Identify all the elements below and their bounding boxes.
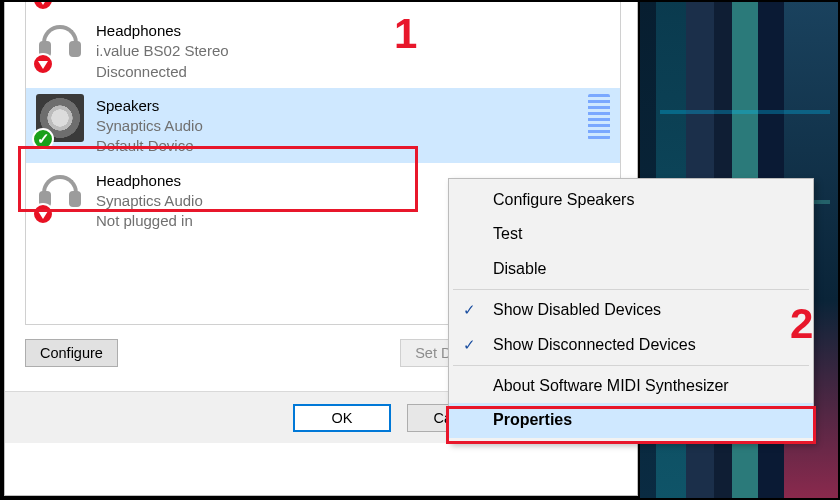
device-title: Headphones bbox=[96, 21, 229, 41]
device-subtitle: Synaptics Audio bbox=[96, 116, 203, 136]
device-row-handsfree[interactable]: i.value BS02 Hands-Free AG Audio Disconn… bbox=[26, 0, 620, 13]
menu-show-disabled[interactable]: Show Disabled Devices bbox=[449, 293, 813, 327]
menu-separator bbox=[453, 289, 809, 290]
device-status: Not plugged in bbox=[96, 211, 203, 231]
menu-test[interactable]: Test bbox=[449, 217, 813, 251]
menu-configure-speakers[interactable]: Configure Speakers bbox=[449, 183, 813, 217]
device-title: Speakers bbox=[96, 96, 203, 116]
menu-show-disconnected[interactable]: Show Disconnected Devices bbox=[449, 328, 813, 362]
annotation-number-2: 2 bbox=[790, 300, 813, 348]
device-status: Disconnected bbox=[96, 62, 229, 82]
menu-about-midi[interactable]: About Software MIDI Synthesizer bbox=[449, 369, 813, 403]
default-device-badge-icon bbox=[32, 128, 54, 150]
menu-separator bbox=[453, 365, 809, 366]
device-context-menu: Configure Speakers Test Disable Show Dis… bbox=[448, 178, 814, 443]
device-subtitle: Synaptics Audio bbox=[96, 191, 203, 211]
device-status: Default Device bbox=[96, 136, 203, 156]
disconnected-badge-icon bbox=[32, 0, 54, 11]
annotation-number-1: 1 bbox=[394, 10, 417, 58]
device-row-bt-headphones[interactable]: Headphones i.value BS02 Stereo Disconnec… bbox=[26, 13, 620, 88]
disconnected-badge-icon bbox=[32, 53, 54, 75]
ok-button[interactable]: OK bbox=[293, 404, 391, 432]
device-subtitle: i.value BS02 Stereo bbox=[96, 41, 229, 61]
device-title: Headphones bbox=[96, 171, 203, 191]
unplugged-badge-icon bbox=[32, 203, 54, 225]
menu-properties[interactable]: Properties bbox=[449, 403, 813, 437]
device-row-speakers[interactable]: Speakers Synaptics Audio Default Device bbox=[26, 88, 620, 163]
volume-meter bbox=[588, 94, 610, 140]
menu-disable[interactable]: Disable bbox=[449, 252, 813, 286]
configure-button[interactable]: Configure bbox=[25, 339, 118, 367]
